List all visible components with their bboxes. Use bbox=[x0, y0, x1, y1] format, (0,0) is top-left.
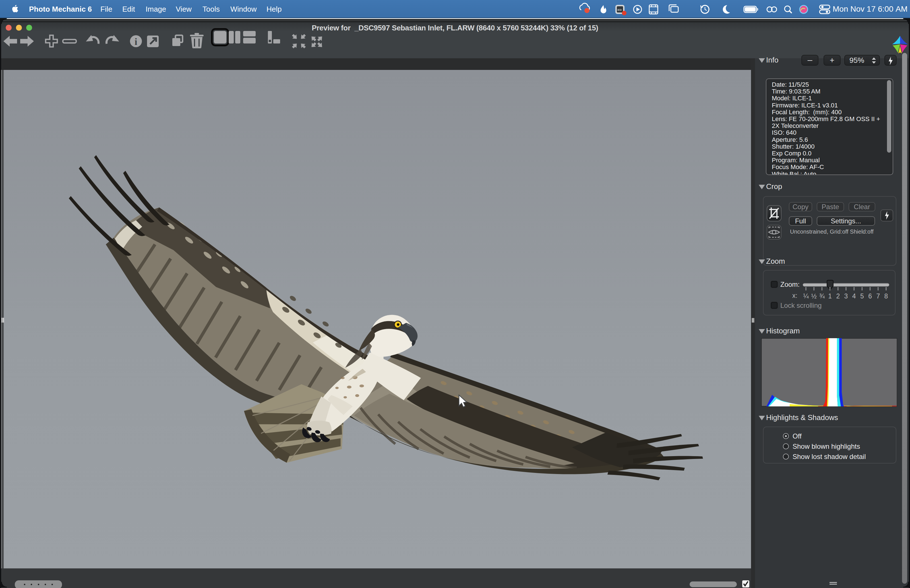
svg-text:8: 8 bbox=[884, 292, 888, 300]
svg-text:3: 3 bbox=[844, 292, 848, 300]
svg-text:5: 5 bbox=[860, 292, 864, 300]
svg-text:1: 1 bbox=[828, 292, 832, 300]
svg-text:¾: ¾ bbox=[819, 292, 825, 300]
svg-text:½: ½ bbox=[811, 292, 817, 300]
svg-text:4: 4 bbox=[852, 292, 856, 300]
svg-text:6: 6 bbox=[868, 292, 872, 300]
svg-text:2: 2 bbox=[836, 292, 840, 300]
svg-text:i: i bbox=[134, 36, 137, 47]
svg-text:¼: ¼ bbox=[803, 292, 809, 300]
svg-text:7: 7 bbox=[876, 292, 880, 300]
svg-text:IED: IED bbox=[617, 8, 622, 11]
